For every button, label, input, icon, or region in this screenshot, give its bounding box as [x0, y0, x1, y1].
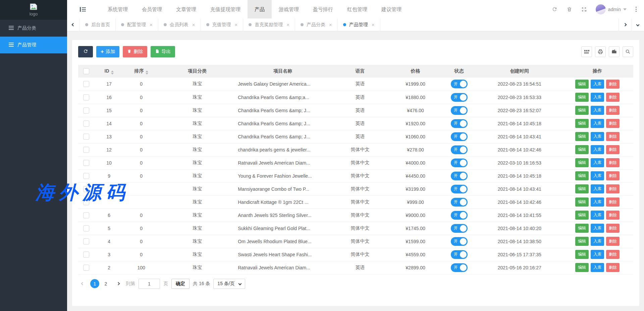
- status-toggle[interactable]: 开: [451, 237, 468, 246]
- edit-button[interactable]: 编辑: [575, 263, 589, 272]
- fullscreen-icon[interactable]: [581, 7, 587, 12]
- navbar-item-7[interactable]: 红包管理: [340, 0, 374, 18]
- delete-row-button[interactable]: 删除: [606, 93, 620, 102]
- sidebar-item-0[interactable]: 产品分类: [0, 20, 67, 37]
- status-toggle[interactable]: 开: [451, 119, 468, 128]
- search-button[interactable]: [623, 46, 633, 57]
- status-toggle[interactable]: 开: [451, 145, 468, 154]
- navbar-item-6[interactable]: 盈亏排行: [306, 0, 340, 18]
- edit-button[interactable]: 编辑: [575, 184, 589, 193]
- tab-0[interactable]: 后台首页: [80, 18, 116, 31]
- page-size-select[interactable]: 15 条/页: [213, 279, 245, 289]
- edit-button[interactable]: 编辑: [575, 211, 589, 220]
- row-checkbox[interactable]: [83, 134, 89, 140]
- status-toggle[interactable]: 开: [451, 263, 468, 272]
- delete-button[interactable]: 删除: [123, 46, 147, 57]
- row-checkbox[interactable]: [83, 107, 89, 114]
- edit-button[interactable]: 编辑: [575, 250, 589, 259]
- delete-row-button[interactable]: 删除: [606, 263, 620, 272]
- tab-6[interactable]: 产品管理×: [338, 18, 380, 31]
- delete-row-button[interactable]: 删除: [606, 211, 620, 220]
- stock-in-button[interactable]: 入库: [591, 119, 604, 128]
- close-icon[interactable]: ×: [192, 22, 195, 28]
- stock-in-button[interactable]: 入库: [591, 80, 604, 89]
- tab-4[interactable]: 首充奖励管理×: [243, 18, 295, 31]
- columns-button[interactable]: [581, 46, 592, 57]
- tab-2[interactable]: 会员列表×: [158, 18, 201, 31]
- delete-row-button[interactable]: 删除: [606, 171, 620, 180]
- status-toggle[interactable]: 开: [451, 106, 468, 115]
- status-toggle[interactable]: 开: [451, 80, 468, 88]
- navbar-item-3[interactable]: 充值提现管理: [203, 0, 248, 18]
- delete-row-button[interactable]: 删除: [606, 119, 620, 128]
- edit-button[interactable]: 编辑: [575, 237, 589, 246]
- select-all-checkbox[interactable]: [83, 68, 89, 74]
- tabs-scroll-right-button[interactable]: [619, 18, 631, 31]
- row-checkbox[interactable]: [83, 121, 89, 127]
- delete-row-button[interactable]: 删除: [606, 250, 620, 259]
- sort-icon[interactable]: [146, 71, 148, 75]
- close-icon[interactable]: ×: [329, 22, 332, 28]
- edit-button[interactable]: 编辑: [575, 106, 589, 115]
- goto-page-input[interactable]: [139, 279, 160, 289]
- row-checkbox[interactable]: [83, 265, 89, 271]
- sort-icon[interactable]: [111, 71, 114, 75]
- edit-button[interactable]: 编辑: [575, 80, 589, 89]
- stock-in-button[interactable]: 入库: [591, 211, 604, 220]
- row-checkbox[interactable]: [83, 160, 89, 166]
- column-header-0[interactable]: ID: [94, 65, 124, 78]
- edit-button[interactable]: 编辑: [575, 197, 589, 207]
- status-toggle[interactable]: 开: [451, 224, 468, 233]
- next-page-button[interactable]: [114, 279, 122, 288]
- edit-button[interactable]: 编辑: [575, 224, 589, 233]
- page-button-2[interactable]: 2: [101, 279, 110, 288]
- prev-page-button[interactable]: [78, 279, 87, 288]
- trash-icon[interactable]: [567, 6, 572, 12]
- edit-button[interactable]: 编辑: [575, 145, 589, 154]
- row-checkbox[interactable]: [83, 212, 89, 218]
- stock-in-button[interactable]: 入库: [591, 106, 604, 115]
- status-toggle[interactable]: 开: [451, 93, 468, 102]
- confirm-button[interactable]: 确定: [171, 279, 190, 289]
- navbar-item-5[interactable]: 游戏管理: [272, 0, 306, 18]
- row-checkbox[interactable]: [83, 252, 89, 258]
- navbar-item-2[interactable]: 文章管理: [169, 0, 203, 18]
- delete-row-button[interactable]: 删除: [606, 224, 620, 233]
- delete-row-button[interactable]: 删除: [606, 197, 620, 207]
- export-button[interactable]: 导出: [151, 46, 175, 57]
- stock-in-button[interactable]: 入库: [591, 263, 604, 272]
- delete-row-button[interactable]: 删除: [606, 237, 620, 246]
- stock-in-button[interactable]: 入库: [591, 158, 604, 167]
- status-toggle[interactable]: 开: [451, 198, 468, 207]
- menu-toggle-icon[interactable]: [80, 7, 86, 12]
- refresh-icon[interactable]: [552, 6, 557, 12]
- close-icon[interactable]: ×: [235, 22, 238, 28]
- delete-row-button[interactable]: 删除: [606, 184, 620, 193]
- tab-1[interactable]: 配置管理×: [116, 18, 158, 31]
- row-checkbox[interactable]: [83, 94, 89, 100]
- stock-in-button[interactable]: 入库: [591, 224, 604, 233]
- add-button[interactable]: + 添加: [96, 46, 119, 57]
- status-toggle[interactable]: 开: [451, 185, 468, 193]
- edit-button[interactable]: 编辑: [575, 119, 589, 128]
- row-checkbox[interactable]: [83, 199, 89, 205]
- status-toggle[interactable]: 开: [451, 159, 468, 167]
- tab-3[interactable]: 充值管理×: [201, 18, 244, 31]
- close-icon[interactable]: ×: [150, 22, 153, 28]
- close-icon[interactable]: ×: [286, 22, 289, 28]
- row-checkbox[interactable]: [83, 81, 89, 87]
- tab-5[interactable]: 产品分类×: [295, 18, 338, 31]
- delete-row-button[interactable]: 删除: [606, 80, 620, 89]
- stock-in-button[interactable]: 入库: [591, 171, 604, 180]
- export-file-button[interactable]: [609, 46, 620, 57]
- status-toggle[interactable]: 开: [451, 211, 468, 220]
- edit-button[interactable]: 编辑: [575, 132, 589, 141]
- delete-row-button[interactable]: 删除: [606, 106, 620, 115]
- navbar-item-8[interactable]: 建议管理: [374, 0, 409, 18]
- more-menu-icon[interactable]: [636, 7, 637, 12]
- user-menu[interactable]: admin: [596, 4, 627, 14]
- delete-row-button[interactable]: 删除: [606, 132, 620, 141]
- row-checkbox[interactable]: [83, 173, 89, 179]
- delete-row-button[interactable]: 删除: [606, 145, 620, 154]
- print-button[interactable]: [595, 46, 606, 57]
